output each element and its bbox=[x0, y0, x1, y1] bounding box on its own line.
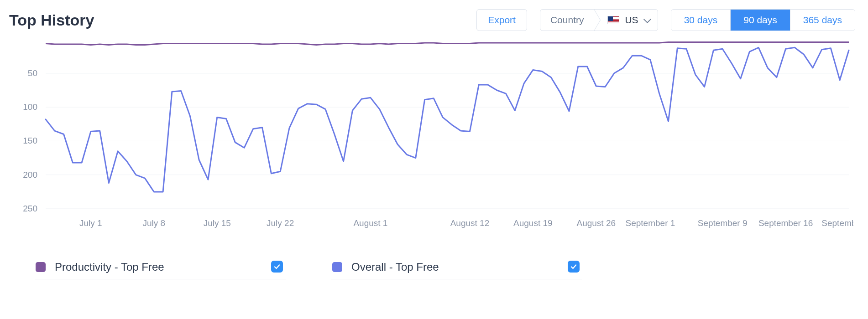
header-controls: Export Country US 30 days90 days365 days bbox=[476, 9, 855, 31]
svg-text:July 22: July 22 bbox=[267, 218, 294, 228]
legend: Productivity - Top FreeOverall - Top Fre… bbox=[35, 259, 855, 279]
svg-text:July 15: July 15 bbox=[204, 218, 231, 228]
svg-text:100: 100 bbox=[23, 102, 37, 112]
svg-text:150: 150 bbox=[23, 136, 37, 145]
export-button[interactable]: Export bbox=[476, 9, 527, 31]
legend-label: Overall - Top Free bbox=[351, 261, 439, 273]
svg-text:September 23: September 23 bbox=[821, 218, 853, 228]
page-title: Top History bbox=[9, 11, 94, 29]
legend-item-0: Productivity - Top Free bbox=[35, 259, 286, 279]
svg-text:50: 50 bbox=[28, 68, 37, 78]
legend-label: Productivity - Top Free bbox=[55, 261, 164, 273]
range-option-2[interactable]: 365 days bbox=[790, 10, 855, 31]
svg-text:August 1: August 1 bbox=[353, 218, 387, 228]
legend-item-1: Overall - Top Free bbox=[331, 259, 582, 279]
legend-checkbox[interactable] bbox=[271, 261, 283, 273]
legend-checkbox[interactable] bbox=[568, 261, 580, 273]
range-option-1[interactable]: 90 days bbox=[730, 10, 790, 31]
svg-text:200: 200 bbox=[23, 170, 37, 180]
country-code: US bbox=[625, 15, 638, 26]
svg-text:August 19: August 19 bbox=[513, 218, 553, 228]
svg-text:August 12: August 12 bbox=[450, 218, 490, 228]
chevron-down-icon bbox=[643, 15, 651, 23]
range-option-0[interactable]: 30 days bbox=[671, 10, 731, 31]
time-range-segmented: 30 days90 days365 days bbox=[671, 9, 855, 31]
svg-text:September 16: September 16 bbox=[758, 218, 813, 228]
us-flag-icon bbox=[607, 16, 619, 24]
svg-text:250: 250 bbox=[23, 204, 37, 213]
legend-swatch bbox=[36, 262, 46, 272]
svg-text:July 1: July 1 bbox=[79, 218, 102, 228]
country-value[interactable]: US bbox=[594, 10, 657, 31]
country-label: Country bbox=[540, 10, 594, 31]
chart-container: 50100150200250July 1July 8July 15July 22… bbox=[9, 36, 855, 232]
svg-text:July 8: July 8 bbox=[142, 218, 165, 228]
country-selector[interactable]: Country US bbox=[540, 9, 658, 31]
svg-text:September 9: September 9 bbox=[698, 218, 748, 228]
legend-swatch bbox=[332, 262, 342, 272]
svg-text:September 1: September 1 bbox=[626, 218, 675, 228]
svg-text:August 26: August 26 bbox=[577, 218, 616, 228]
line-chart: 50100150200250July 1July 8July 15July 22… bbox=[9, 36, 853, 232]
